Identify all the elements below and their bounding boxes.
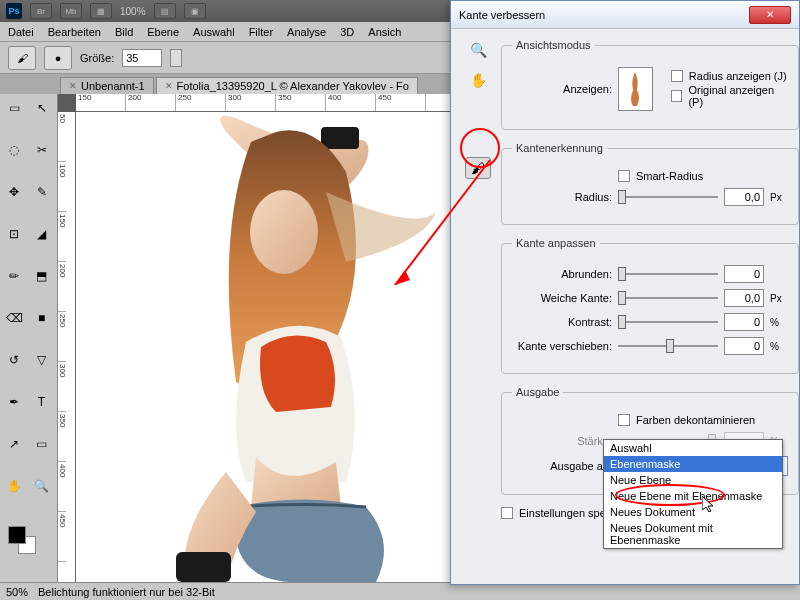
feather-input[interactable]: [724, 289, 764, 307]
dialog-titlebar[interactable]: Kante verbessern ✕: [451, 1, 799, 29]
color-swatches[interactable]: [2, 526, 55, 558]
refine-edge-dialog: Kante verbessern ✕ 🔍 ✋ 🖌 Ansichtsmodus A…: [450, 0, 800, 585]
brush-size-input[interactable]: [122, 49, 162, 67]
tool-marquee[interactable]: ▭: [2, 98, 26, 118]
show-radius-checkbox[interactable]: [671, 70, 683, 82]
refine-brush-icon[interactable]: 🖌: [465, 157, 491, 179]
radius-input[interactable]: [724, 188, 764, 206]
status-zoom[interactable]: 50%: [6, 586, 28, 598]
tool-type[interactable]: T: [30, 392, 54, 412]
dropdown-item[interactable]: Neues Dokument: [604, 504, 782, 520]
adjust-edge-group: Kante anpassen Abrunden: Weiche Kante:Px…: [501, 237, 799, 374]
tool-move[interactable]: ↖: [30, 98, 54, 118]
dropdown-item[interactable]: Auswahl: [604, 440, 782, 456]
output-dropdown: Auswahl Ebenenmaske Neue Ebene Neue Eben…: [603, 439, 783, 549]
show-original-checkbox[interactable]: [671, 90, 683, 102]
close-icon[interactable]: ✕: [165, 81, 173, 91]
tool-dodge[interactable]: ▽: [30, 350, 54, 370]
close-icon[interactable]: ✕: [69, 81, 77, 91]
tool-pen[interactable]: ✒: [2, 392, 26, 412]
tool-eyedropper[interactable]: ✎: [30, 182, 54, 202]
tool-hand[interactable]: ✋: [2, 476, 26, 496]
menu-auswahl[interactable]: Auswahl: [193, 26, 235, 38]
dropdown-item[interactable]: Neue Ebene mit Ebenenmaske: [604, 488, 782, 504]
size-spinner[interactable]: [170, 49, 182, 67]
tool-quickselect[interactable]: ✂: [30, 140, 54, 160]
size-label: Größe:: [80, 52, 114, 64]
tool-shape[interactable]: ▭: [30, 434, 54, 454]
smooth-input[interactable]: [724, 265, 764, 283]
menu-3d[interactable]: 3D: [340, 26, 354, 38]
foreground-color[interactable]: [8, 526, 26, 544]
svg-rect-0: [321, 127, 359, 149]
dialog-title: Kante verbessern: [459, 9, 545, 21]
bridge-button[interactable]: Br: [30, 3, 52, 19]
menu-analyse[interactable]: Analyse: [287, 26, 326, 38]
svg-rect-2: [176, 552, 231, 582]
view-mode-group: Ansichtsmodus Anzeigen: Radius anzeigen …: [501, 39, 799, 130]
hand-tool-icon[interactable]: ✋: [465, 69, 491, 91]
tool-crop[interactable]: ✥: [2, 182, 26, 202]
minibridge-button[interactable]: Mb: [60, 3, 82, 19]
menu-ebene[interactable]: Ebene: [147, 26, 179, 38]
contrast-slider[interactable]: [618, 314, 718, 330]
dropdown-item[interactable]: Neues Dokument mit Ebenenmaske: [604, 520, 782, 548]
zoom-indicator[interactable]: 100%: [120, 6, 146, 17]
tool-gradient[interactable]: ■: [30, 308, 54, 328]
photo-content: [116, 112, 456, 582]
doc-tab-1[interactable]: ✕Unbenannt-1: [60, 77, 154, 94]
ruler-vertical[interactable]: 50100150200250300350400450: [58, 112, 76, 582]
shift-input[interactable]: [724, 337, 764, 355]
decontaminate-checkbox[interactable]: [618, 414, 630, 426]
contrast-input[interactable]: [724, 313, 764, 331]
menu-datei[interactable]: Datei: [8, 26, 34, 38]
tool-eraser[interactable]: ⌫: [2, 308, 26, 328]
edge-detection-group: Kantenerkennung Smart-Radius Radius:Px: [501, 142, 799, 225]
view-thumbnail[interactable]: [618, 67, 653, 111]
brush-preview-icon[interactable]: ●: [44, 46, 72, 70]
close-button[interactable]: ✕: [749, 6, 791, 24]
tool-blur[interactable]: ↺: [2, 350, 26, 370]
tool-brush[interactable]: ◢: [30, 224, 54, 244]
svg-point-1: [250, 190, 318, 274]
view-extras-button[interactable]: ▦: [90, 3, 112, 19]
arrange-button[interactable]: ▤: [154, 3, 176, 19]
tool-path[interactable]: ↗: [2, 434, 26, 454]
zoom-tool-icon[interactable]: 🔍: [465, 39, 491, 61]
tool-preset-icon[interactable]: 🖌: [8, 46, 36, 70]
tool-lasso[interactable]: ◌: [2, 140, 26, 160]
dialog-tool-column: 🔍 ✋ 🖌: [465, 39, 491, 525]
smooth-slider[interactable]: [618, 266, 718, 282]
radius-slider[interactable]: [618, 189, 718, 205]
status-message: Belichtung funktioniert nur bei 32-Bit: [38, 586, 215, 598]
menu-ansicht[interactable]: Ansich: [368, 26, 401, 38]
photoshop-icon: Ps: [6, 3, 22, 19]
tool-palette: ▭ ↖ ◌ ✂ ✥ ✎ ⊡ ◢ ✏ ⬒ ⌫ ■ ↺ ▽ ✒ T ↗ ▭ ✋ 🔍: [0, 94, 58, 582]
dropdown-item[interactable]: Neue Ebene: [604, 472, 782, 488]
tool-heal[interactable]: ⊡: [2, 224, 26, 244]
remember-settings-checkbox[interactable]: [501, 507, 513, 519]
shift-slider[interactable]: [618, 338, 718, 354]
tool-history[interactable]: ⬒: [30, 266, 54, 286]
dropdown-item-selected[interactable]: Ebenenmaske: [604, 456, 782, 472]
doc-tab-2[interactable]: ✕Fotolia_13395920_L © Alexander Yakovlev…: [156, 77, 418, 94]
menu-bild[interactable]: Bild: [115, 26, 133, 38]
tool-zoom[interactable]: 🔍: [30, 476, 54, 496]
feather-slider[interactable]: [618, 290, 718, 306]
tool-stamp[interactable]: ✏: [2, 266, 26, 286]
smart-radius-checkbox[interactable]: [618, 170, 630, 182]
screen-mode-button[interactable]: ▣: [184, 3, 206, 19]
menu-filter[interactable]: Filter: [249, 26, 273, 38]
menu-bearbeiten[interactable]: Bearbeiten: [48, 26, 101, 38]
